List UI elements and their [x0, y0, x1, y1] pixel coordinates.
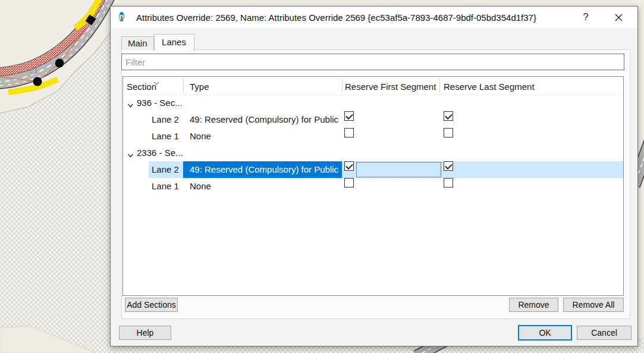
- tab-bar: Main Lanes: [121, 33, 194, 50]
- help-button[interactable]: Help: [119, 326, 171, 340]
- reserve-first-checkbox[interactable]: [344, 178, 354, 188]
- column-divider: [342, 79, 343, 93]
- app-icon: n: [119, 11, 131, 23]
- lane-row[interactable]: Lane 249: Reserved (Compulsory) for Publ…: [123, 161, 623, 178]
- close-icon[interactable]: [607, 7, 630, 28]
- map-node[interactable]: [55, 59, 64, 68]
- lane-type-value[interactable]: 49: Reserved (Compulsory) for Public: [183, 111, 342, 128]
- reserve-first-checkbox[interactable]: [344, 128, 354, 138]
- remove-all-button[interactable]: Remove All: [563, 298, 624, 312]
- lane-label: Lane 1: [152, 178, 179, 195]
- add-sections-button[interactable]: Add Sections: [125, 298, 178, 312]
- lane-row[interactable]: Lane 1None: [123, 128, 623, 145]
- section-group-row[interactable]: 2336 - Se...: [123, 145, 623, 161]
- lane-type-value[interactable]: 49: Reserved (Compulsory) for Public: [183, 161, 342, 178]
- table-header: Section Type Reserve First Segment Reser…: [123, 77, 623, 95]
- column-header-reserve-first[interactable]: Reserve First Segment: [345, 77, 436, 95]
- reserve-last-checkbox[interactable]: [444, 178, 453, 188]
- dialog-title: Attributes Override: 2569, Name: Attribu…: [136, 13, 637, 23]
- tab-lanes[interactable]: Lanes: [154, 34, 194, 51]
- lane-label: Lane 2: [152, 111, 179, 128]
- table-body: 936 - Sec...Lane 249: Reserved (Compulso…: [123, 95, 623, 295]
- column-header-reserve-last[interactable]: Reserve Last Segment: [444, 77, 535, 95]
- lane-type-value[interactable]: None: [183, 178, 342, 195]
- title-bar[interactable]: n Attributes Override: 2569, Name: Attri…: [111, 7, 637, 28]
- section-group-label: 936 - Sec...: [137, 95, 183, 111]
- filter-input[interactable]: [121, 54, 624, 70]
- ok-button[interactable]: OK: [518, 325, 572, 340]
- lane-label: Lane 2: [152, 161, 179, 178]
- lane-type-value[interactable]: None: [183, 128, 342, 145]
- expand-chevron-icon[interactable]: [127, 150, 134, 160]
- reserve-last-checkbox[interactable]: [444, 161, 453, 171]
- reserve-last-checkbox[interactable]: [444, 128, 453, 138]
- reserve-first-checkbox[interactable]: [344, 161, 354, 171]
- lanes-table: Section Type Reserve First Segment Reser…: [122, 76, 624, 296]
- reserve-first-checkbox[interactable]: [344, 111, 354, 121]
- attributes-override-dialog: n Attributes Override: 2569, Name: Attri…: [110, 6, 638, 346]
- lane-row[interactable]: Lane 1None: [123, 178, 623, 195]
- map-node[interactable]: [33, 77, 42, 86]
- remove-button[interactable]: Remove: [509, 298, 558, 312]
- column-divider: [439, 79, 440, 93]
- cell-focus-rect: [356, 162, 441, 177]
- column-divider: [183, 79, 184, 93]
- lane-label: Lane 1: [152, 128, 179, 145]
- lane-row[interactable]: Lane 249: Reserved (Compulsory) for Publ…: [123, 111, 623, 128]
- expand-chevron-icon[interactable]: [127, 100, 134, 110]
- column-header-section[interactable]: Section: [127, 77, 156, 95]
- section-group-row[interactable]: 936 - Sec...: [123, 95, 623, 111]
- cancel-button[interactable]: Cancel: [577, 326, 632, 340]
- column-header-type[interactable]: Type: [190, 77, 209, 95]
- reserve-last-checkbox[interactable]: [444, 111, 453, 121]
- help-icon[interactable]: ?: [576, 7, 596, 28]
- tab-main[interactable]: Main: [121, 36, 154, 50]
- section-group-label: 2336 - Se...: [137, 145, 183, 161]
